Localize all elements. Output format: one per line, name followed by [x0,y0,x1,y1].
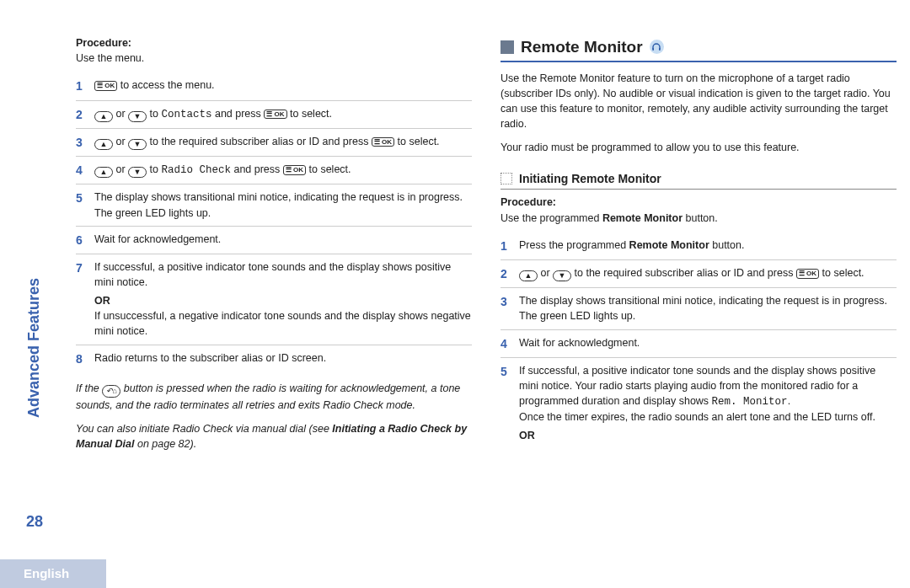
ok-key-icon: ☰ OK [264,110,286,120]
subheading: Initiating Remote Monitor [500,170,897,190]
ok-key-icon: ☰ OK [283,165,306,175]
step-number: 7 [76,259,86,339]
step-body: Press the programmed Remote Monitor butt… [519,238,897,254]
step-number: 1 [500,238,511,254]
language-footer: English [0,559,106,588]
left-steps-list: 1☰ OK to access the menu.2▲ or ▼ to Cont… [76,72,472,372]
sidebar: Advanced Features 28 [24,34,51,539]
step-item: 4Wait for acknowledgment. [500,330,897,358]
step-item: 3▲ or ▼ to the required subscriber alias… [76,129,472,157]
intro-paragraph-2: Your radio must be programmed to allow y… [500,140,897,155]
step-body: Wait for acknowledgement. [94,232,472,249]
step-number: 5 [76,190,86,220]
subheading-title: Initiating Remote Monitor [519,170,661,187]
subheading-icon [500,173,512,184]
step-number: 3 [500,293,511,323]
left-column: Procedure: Use the menu. 1☰ OK to access… [76,34,472,539]
step-number: 2 [500,265,511,282]
step-body: The display shows transitional mini noti… [94,190,472,220]
page-number: 28 [26,513,43,531]
step-item: 2▲ or ▼ to the required subscriber alias… [500,260,897,288]
step-number: 3 [76,134,86,151]
down-key-icon: ▼ [128,167,147,178]
up-key-icon: ▲ [94,167,113,178]
section-heading: Remote Monitor [500,35,897,62]
step-body: If successful, a positive indicator tone… [94,259,472,339]
down-key-icon: ▼ [553,270,571,281]
up-key-icon: ▲ [94,111,113,122]
up-key-icon: ▲ [94,139,113,150]
step-item: 8Radio returns to the subscriber alias o… [76,345,472,372]
right-column: Remote Monitor Use the Remote Monitor fe… [500,34,897,539]
step-body: ▲ or ▼ to Radio Check and press ☰ OK to … [94,162,472,179]
procedure-label: Procedure: [76,35,472,51]
step-item: 2▲ or ▼ to Contacts and press ☰ OK to se… [76,101,472,129]
up-key-icon: ▲ [519,270,538,281]
headphones-icon [650,40,664,54]
step-number: 8 [76,350,86,367]
step-number: 6 [76,232,86,249]
down-key-icon: ▼ [128,111,147,122]
step-item: 3The display shows transitional mini not… [500,288,897,329]
down-key-icon: ▼ [128,139,147,150]
step-body: If successful, a positive indicator tone… [519,363,897,444]
step-item: 1Press the programmed Remote Monitor but… [500,233,897,260]
procedure-subtext: Use the menu. [76,51,472,66]
step-item: 6Wait for acknowledgement. [76,227,472,254]
procedure-subtext: Use the programmed Remote Monitor button… [500,211,897,226]
heading-square-icon [500,40,514,54]
step-body: Wait for acknowledgment. [519,335,897,352]
step-body: ▲ or ▼ to Contacts and press ☰ OK to sel… [94,106,472,123]
ok-key-icon: ☰ OK [796,269,819,279]
step-body: Radio returns to the subscriber alias or… [94,350,472,367]
section-title: Remote Monitor [521,35,643,59]
step-body: The display shows transitional mini noti… [519,293,897,323]
right-steps-list: 1Press the programmed Remote Monitor but… [500,233,897,449]
step-number: 4 [500,335,511,352]
ok-key-icon: ☰ OK [372,137,394,147]
step-item: 5The display shows transitional mini not… [76,184,472,226]
step-item: 1☰ OK to access the menu. [76,72,472,100]
svg-rect-0 [652,48,654,51]
step-number: 5 [500,363,511,444]
step-item: 4▲ or ▼ to Radio Check and press ☰ OK to… [76,157,472,184]
note-manual-dial: You can also initiate Radio Check via ma… [76,421,472,452]
step-body: ☰ OK to access the menu. [94,78,472,94]
step-item: 5If successful, a positive indicator ton… [500,358,897,449]
svg-rect-1 [659,48,661,51]
section-tab: Advanced Features [25,278,43,418]
step-body: ▲ or ▼ to the required subscriber alias … [519,265,897,282]
note-home-button: If the ↶⌂ button is pressed when the rad… [76,381,472,413]
step-item: 7If successful, a positive indicator ton… [76,254,472,345]
step-number: 2 [76,106,86,123]
intro-paragraph-1: Use the Remote Monitor feature to turn o… [500,71,897,132]
procedure-label: Procedure: [500,195,897,210]
step-number: 4 [76,162,86,179]
home-key-icon: ↶⌂ [102,385,120,398]
step-number: 1 [76,78,86,94]
ok-key-icon: ☰ OK [94,81,117,91]
step-body: ▲ or ▼ to the required subscriber alias … [94,134,472,151]
